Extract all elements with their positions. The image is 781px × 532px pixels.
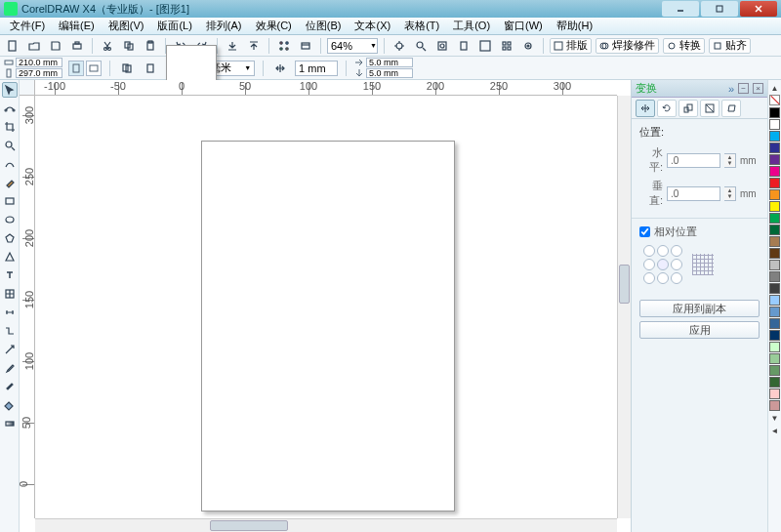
- import-button[interactable]: [224, 37, 241, 55]
- size-tab[interactable]: [700, 100, 719, 117]
- position-tab[interactable]: [636, 100, 655, 117]
- vertical-ruler[interactable]: 300250200150100500: [20, 96, 35, 518]
- menu-item[interactable]: 视图(V): [104, 18, 148, 34]
- table-tool[interactable]: [2, 286, 18, 302]
- palette-flyout-arrow[interactable]: ◄: [771, 427, 779, 435]
- menu-item[interactable]: 窗口(W): [500, 18, 547, 34]
- cut-button[interactable]: [99, 37, 116, 55]
- vertical-scrollbar[interactable]: [617, 96, 631, 518]
- color-swatch[interactable]: [769, 201, 780, 212]
- docker-close-button[interactable]: ×: [753, 83, 763, 94]
- zoom-combo[interactable]: 64%▼: [327, 38, 378, 54]
- menu-item[interactable]: 文本(X): [350, 18, 394, 34]
- color-swatch[interactable]: [769, 178, 780, 188]
- zoom-tool-button[interactable]: [412, 37, 430, 55]
- color-swatch[interactable]: [769, 225, 780, 235]
- zoom-tool[interactable]: [2, 138, 18, 153]
- interactive-fill-tool[interactable]: [2, 416, 18, 431]
- print-button[interactable]: [68, 37, 86, 55]
- palette-down-arrow[interactable]: ▼: [771, 414, 779, 423]
- page-height-input[interactable]: 297.0 mm: [16, 68, 62, 78]
- crop-tool[interactable]: [2, 119, 18, 135]
- color-swatch[interactable]: [769, 119, 780, 130]
- anchor-grid[interactable]: [643, 245, 682, 284]
- menu-item[interactable]: 文件(F): [6, 18, 49, 34]
- paste-button[interactable]: [142, 37, 159, 55]
- color-swatch[interactable]: [769, 295, 780, 306]
- eyedropper-tool[interactable]: [2, 360, 18, 376]
- h-position-input[interactable]: .0: [667, 153, 720, 168]
- h-spinner[interactable]: ▲▼: [724, 153, 736, 168]
- ellipse-tool[interactable]: [2, 212, 18, 227]
- color-swatch[interactable]: [769, 143, 780, 153]
- menu-item[interactable]: 编辑(E): [55, 18, 99, 34]
- dimension-tool[interactable]: [2, 305, 18, 320]
- horizontal-scrollbar[interactable]: [35, 518, 617, 532]
- dup-x-input[interactable]: 5.0 mm: [366, 58, 413, 67]
- menu-item[interactable]: 表格(T): [400, 18, 443, 34]
- color-swatch[interactable]: [769, 353, 780, 364]
- color-swatch[interactable]: [769, 365, 780, 376]
- apply-duplicate-button[interactable]: 应用到副本: [639, 300, 760, 317]
- apply-button[interactable]: 应用: [639, 321, 760, 339]
- convert-dropdown[interactable]: 转换: [663, 38, 705, 54]
- color-swatch[interactable]: [769, 154, 780, 165]
- snap-dropdown[interactable]: 贴齐: [709, 38, 751, 54]
- minimize-button[interactable]: [662, 1, 699, 17]
- smart-fill-tool[interactable]: [2, 175, 18, 190]
- dup-y-input[interactable]: 5.0 mm: [366, 68, 413, 78]
- fullscreen-button[interactable]: [476, 37, 494, 55]
- welcome-button[interactable]: [297, 37, 314, 55]
- ruler-origin[interactable]: [20, 80, 35, 96]
- color-swatch[interactable]: [769, 248, 780, 259]
- all-pages-button[interactable]: [118, 60, 136, 77]
- skew-tab[interactable]: [721, 100, 741, 117]
- drawing-canvas[interactable]: [35, 96, 617, 518]
- color-swatch[interactable]: [769, 107, 780, 118]
- copy-button[interactable]: [120, 37, 138, 55]
- connector-tool[interactable]: [2, 323, 18, 339]
- menu-item[interactable]: 排列(A): [202, 18, 246, 34]
- palette-up-arrow[interactable]: ▲: [771, 84, 779, 93]
- rectangle-tool[interactable]: [2, 193, 18, 209]
- v-position-input[interactable]: .0: [667, 186, 720, 201]
- color-swatch[interactable]: [769, 330, 780, 341]
- color-swatch[interactable]: [769, 213, 780, 224]
- color-swatch[interactable]: [769, 400, 780, 411]
- menu-item[interactable]: 工具(O): [449, 18, 494, 34]
- portrait-button[interactable]: [68, 61, 84, 76]
- zoom-page-button[interactable]: [455, 37, 473, 55]
- docker-minimize-button[interactable]: −: [738, 83, 749, 94]
- landscape-button[interactable]: [86, 61, 102, 76]
- color-swatch[interactable]: [769, 318, 780, 329]
- new-button[interactable]: [4, 37, 21, 55]
- align-button[interactable]: [498, 37, 515, 55]
- color-swatch[interactable]: [769, 377, 780, 388]
- menu-item[interactable]: 帮助(H): [553, 18, 596, 34]
- relative-checkbox[interactable]: 相对位置: [639, 225, 760, 239]
- color-swatch[interactable]: [769, 342, 780, 352]
- options-button[interactable]: [519, 37, 537, 55]
- basic-shapes-tool[interactable]: [2, 249, 18, 265]
- snap-button[interactable]: [390, 37, 408, 55]
- rotate-tab[interactable]: [657, 100, 677, 117]
- color-swatch[interactable]: [769, 189, 780, 200]
- scale-tab[interactable]: [678, 100, 698, 117]
- color-swatch[interactable]: [769, 131, 780, 142]
- layout-dropdown[interactable]: 排版: [550, 38, 592, 54]
- close-button[interactable]: [740, 1, 777, 17]
- menu-item[interactable]: 效果(C): [252, 18, 296, 34]
- docker-collapse-button[interactable]: »: [728, 83, 734, 95]
- color-swatch[interactable]: [769, 166, 780, 177]
- freehand-tool[interactable]: [2, 156, 18, 172]
- menu-item[interactable]: 版面(L): [153, 18, 195, 34]
- polygon-tool[interactable]: [2, 230, 18, 246]
- interactive-tool[interactable]: [2, 342, 18, 357]
- shape-tool[interactable]: [2, 101, 18, 116]
- v-spinner[interactable]: ▲▼: [724, 186, 736, 201]
- color-swatch[interactable]: [769, 236, 780, 247]
- v-scroll-thumb[interactable]: [619, 265, 630, 304]
- h-scroll-thumb[interactable]: [210, 520, 288, 531]
- color-swatch[interactable]: [769, 283, 780, 294]
- open-button[interactable]: [25, 37, 43, 55]
